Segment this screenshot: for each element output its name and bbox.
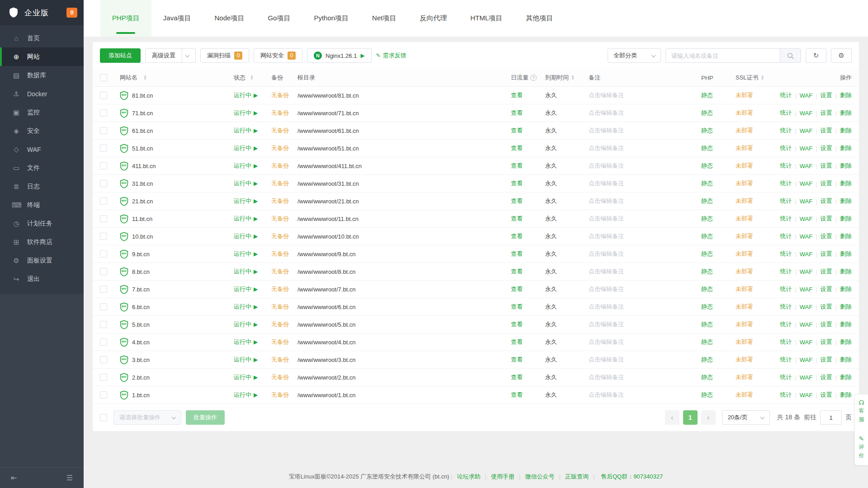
root-path-link[interactable]: /www/wwwroot/10.bt.cn bbox=[297, 233, 359, 240]
rate-feedback-button[interactable]: ✎ 评价 bbox=[859, 435, 864, 460]
page-size-select[interactable]: 20条/页 bbox=[722, 410, 770, 425]
action-settings-link[interactable]: 设置 bbox=[821, 232, 832, 240]
expire-date[interactable]: 永久 bbox=[545, 197, 557, 205]
goto-page-input[interactable] bbox=[820, 410, 842, 425]
row-checkbox[interactable] bbox=[100, 197, 107, 205]
action-waf-link[interactable]: WAF bbox=[800, 251, 812, 258]
php-version-link[interactable]: 静态 bbox=[701, 232, 713, 240]
sidebar-item-panel-settings[interactable]: ⚙面板设置 bbox=[0, 251, 84, 270]
site-status[interactable]: 运行中 bbox=[234, 267, 251, 276]
ssl-status-link[interactable]: 未部署 bbox=[736, 109, 753, 117]
action-delete-link[interactable]: 删除 bbox=[840, 197, 852, 205]
php-version-link[interactable]: 静态 bbox=[701, 303, 713, 311]
php-version-link[interactable]: 静态 bbox=[701, 320, 713, 328]
category-filter-select[interactable]: 全部分类 bbox=[608, 48, 661, 63]
site-name-link[interactable]: 21.bt.cn bbox=[132, 198, 153, 205]
note-edit-link[interactable]: 点击编辑备注 bbox=[589, 144, 624, 152]
root-path-link[interactable]: /www/wwwroot/21.bt.cn bbox=[297, 198, 359, 205]
site-name-link[interactable]: 71.bt.cn bbox=[132, 110, 153, 117]
expire-date[interactable]: 永久 bbox=[545, 356, 557, 364]
site-status[interactable]: 运行中 bbox=[234, 285, 251, 293]
action-delete-link[interactable]: 删除 bbox=[840, 91, 852, 99]
action-stats-link[interactable]: 统计 bbox=[780, 303, 792, 311]
root-path-link[interactable]: /www/wwwroot/51.bt.cn bbox=[297, 145, 359, 152]
traffic-view-link[interactable]: 查看 bbox=[511, 215, 523, 223]
traffic-view-link[interactable]: 查看 bbox=[511, 197, 523, 205]
backup-status-link[interactable]: 无备份 bbox=[271, 285, 289, 293]
traffic-view-link[interactable]: 查看 bbox=[511, 338, 523, 346]
ssl-status-link[interactable]: 未部署 bbox=[736, 373, 753, 381]
action-stats-link[interactable]: 统计 bbox=[780, 109, 792, 117]
sidebar-item-database[interactable]: ▤数据库 bbox=[0, 66, 84, 84]
php-version-link[interactable]: 静态 bbox=[701, 285, 713, 293]
action-waf-link[interactable]: WAF bbox=[800, 339, 812, 346]
root-path-link[interactable]: /www/wwwroot/4.bt.cn bbox=[297, 339, 356, 346]
footer-link[interactable]: 正版查询 bbox=[565, 473, 589, 480]
root-path-link[interactable]: /www/wwwroot/2.bt.cn bbox=[297, 374, 356, 381]
batch-action-select[interactable]: 请选择批量操作 bbox=[113, 410, 181, 425]
action-waf-link[interactable]: WAF bbox=[800, 92, 812, 99]
backup-status-link[interactable]: 无备份 bbox=[271, 303, 289, 311]
action-waf-link[interactable]: WAF bbox=[800, 286, 812, 293]
note-edit-link[interactable]: 点击编辑备注 bbox=[589, 303, 624, 311]
ssl-status-link[interactable]: 未部署 bbox=[736, 303, 753, 311]
column-header-name[interactable]: 网站名 ▲▼ bbox=[120, 74, 234, 82]
action-waf-link[interactable]: WAF bbox=[800, 374, 812, 381]
php-version-link[interactable]: 静态 bbox=[701, 356, 713, 364]
php-version-link[interactable]: 静态 bbox=[701, 267, 713, 276]
php-version-link[interactable]: 静态 bbox=[701, 91, 713, 99]
site-status[interactable]: 运行中 bbox=[234, 232, 251, 240]
site-status[interactable]: 运行中 bbox=[234, 162, 251, 170]
action-delete-link[interactable]: 删除 bbox=[840, 127, 852, 135]
action-delete-link[interactable]: 删除 bbox=[840, 144, 852, 152]
site-status[interactable]: 运行中 bbox=[234, 91, 251, 99]
help-icon[interactable]: ? bbox=[530, 75, 537, 81]
site-status[interactable]: 运行中 bbox=[234, 338, 251, 346]
row-checkbox[interactable] bbox=[100, 321, 107, 328]
site-name-link[interactable]: 9.bt.cn bbox=[132, 251, 150, 258]
expire-date[interactable]: 永久 bbox=[545, 109, 557, 117]
row-checkbox[interactable] bbox=[100, 92, 107, 99]
site-security-button[interactable]: 网站安全 0 bbox=[254, 48, 302, 63]
note-edit-link[interactable]: 点击编辑备注 bbox=[589, 391, 624, 399]
ssl-status-link[interactable]: 未部署 bbox=[736, 338, 753, 346]
site-status[interactable]: 运行中 bbox=[234, 127, 251, 135]
backup-status-link[interactable]: 无备份 bbox=[271, 109, 289, 117]
ssl-status-link[interactable]: 未部署 bbox=[736, 285, 753, 293]
traffic-view-link[interactable]: 查看 bbox=[511, 162, 523, 170]
sidebar-item-logs[interactable]: ≣日志 bbox=[0, 177, 84, 196]
action-stats-link[interactable]: 统计 bbox=[780, 144, 792, 152]
tab-html[interactable]: HTML项目 bbox=[458, 0, 514, 37]
backup-status-link[interactable]: 无备份 bbox=[271, 373, 289, 381]
backup-status-link[interactable]: 无备份 bbox=[271, 356, 289, 364]
add-site-button[interactable]: 添加站点 bbox=[100, 48, 141, 63]
sidebar-item-files[interactable]: ▭文件 bbox=[0, 159, 84, 177]
note-edit-link[interactable]: 点击编辑备注 bbox=[589, 267, 624, 276]
site-name-link[interactable]: 5.bt.cn bbox=[132, 321, 150, 328]
expire-date[interactable]: 永久 bbox=[545, 179, 557, 188]
action-stats-link[interactable]: 统计 bbox=[780, 179, 792, 188]
ssl-status-link[interactable]: 未部署 bbox=[736, 250, 753, 258]
sort-icon[interactable]: ▲▼ bbox=[761, 75, 764, 80]
backup-status-link[interactable]: 无备份 bbox=[271, 391, 289, 399]
site-status[interactable]: 运行中 bbox=[234, 320, 251, 328]
site-name-link[interactable]: 31.bt.cn bbox=[132, 180, 153, 187]
traffic-view-link[interactable]: 查看 bbox=[511, 391, 523, 399]
root-path-link[interactable]: /www/wwwroot/9.bt.cn bbox=[297, 251, 356, 258]
traffic-view-link[interactable]: 查看 bbox=[511, 303, 523, 311]
action-delete-link[interactable]: 删除 bbox=[840, 250, 852, 258]
action-stats-link[interactable]: 统计 bbox=[780, 127, 792, 135]
site-status[interactable]: 运行中 bbox=[234, 391, 251, 399]
action-stats-link[interactable]: 统计 bbox=[780, 215, 792, 223]
ssl-status-link[interactable]: 未部署 bbox=[736, 144, 753, 152]
sort-icon[interactable]: ▲▼ bbox=[571, 75, 575, 80]
site-name-link[interactable]: 51.bt.cn bbox=[132, 145, 153, 152]
action-stats-link[interactable]: 统计 bbox=[780, 267, 792, 276]
note-edit-link[interactable]: 点击编辑备注 bbox=[589, 373, 624, 381]
search-button[interactable] bbox=[780, 49, 801, 62]
action-waf-link[interactable]: WAF bbox=[800, 127, 812, 134]
site-status[interactable]: 运行中 bbox=[234, 215, 251, 223]
page-number-button[interactable]: 1 bbox=[683, 410, 698, 425]
site-name-link[interactable]: 61.bt.cn bbox=[132, 127, 153, 134]
ssl-status-link[interactable]: 未部署 bbox=[736, 215, 753, 223]
